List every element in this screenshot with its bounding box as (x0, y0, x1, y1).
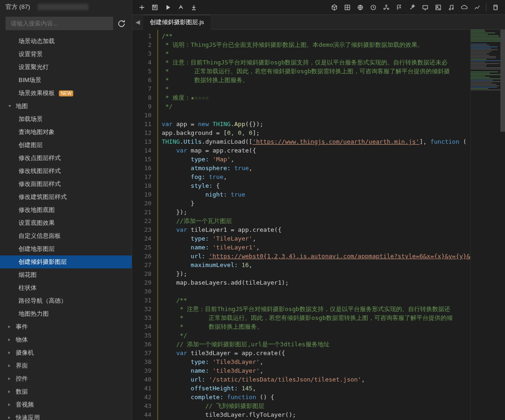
grid-icon[interactable] (341, 1, 353, 13)
tree-item[interactable]: 创建倾斜摄影图层 (0, 255, 132, 268)
tree-item[interactable]: 自定义信息面板 (0, 229, 132, 242)
clock-icon[interactable] (367, 1, 379, 13)
toolbar (132, 0, 505, 15)
tree-item[interactable]: 设置聚光灯 (0, 61, 132, 74)
tree-item[interactable]: 设置底图效果 (0, 216, 132, 229)
tree-item[interactable]: 事件 (0, 320, 132, 333)
tree-item[interactable]: BIM场景 (0, 74, 132, 87)
nodes-icon[interactable] (380, 1, 392, 13)
image-icon[interactable] (432, 1, 444, 13)
tree-item[interactable]: 柱状体 (0, 281, 132, 294)
screen-icon[interactable] (419, 1, 431, 13)
minimap[interactable] (470, 30, 505, 420)
tree-item[interactable]: 音视频 (0, 398, 132, 411)
main: ◀ 创建倾斜摄影图层.js 12345678910111213141516171… (132, 0, 505, 420)
tree-item[interactable]: 摄像机 (0, 346, 132, 359)
tree-item[interactable]: 数据 (0, 385, 132, 398)
new-icon[interactable] (136, 1, 148, 13)
tree-item[interactable]: 修改点图层样式 (0, 152, 132, 165)
tree-item[interactable]: 查询地图对象 (0, 126, 132, 139)
svg-rect-12 (494, 6, 497, 10)
sidebar-tab-official[interactable]: 官方 (87) (6, 3, 30, 11)
tree-item[interactable]: 修改线图层样式 (0, 165, 132, 178)
sidebar-tree: 场景动态加载设置背景设置聚光灯BIM场景场景效果模板NEW地图加载场景查询地图对… (0, 33, 132, 420)
tree-item[interactable]: 修改地图底图 (0, 204, 132, 216)
tree-item[interactable]: 加载场景 (0, 113, 132, 126)
toolbar-divider (486, 3, 486, 12)
tree-item[interactable]: 场景动态加载 (0, 35, 132, 48)
tree-item[interactable]: 修改建筑图层样式 (0, 191, 132, 204)
tree-item[interactable]: 创建图层 (0, 139, 132, 152)
cube-icon[interactable] (328, 1, 340, 13)
tree-item[interactable]: 烟花图 (0, 268, 132, 281)
run-icon[interactable] (162, 1, 174, 13)
svg-point-9 (437, 6, 438, 7)
share-icon[interactable] (175, 1, 187, 13)
tree-item[interactable]: 创建地形图层 (0, 242, 132, 255)
sidebar-blur (38, 4, 89, 10)
tree-item[interactable]: 界面 (0, 359, 132, 372)
code-area[interactable]: /** * 说明：ThingJS平台已全面支持倾斜摄影数据上图。本demo演示了… (157, 30, 470, 420)
sidebar: 官方 (87) 场景动态加载设置背景设置聚光灯BIM场景场景效果模板NEW地图加… (0, 0, 132, 420)
editor[interactable]: 1234567891011121314151617181920212223242… (132, 30, 505, 420)
tree-item[interactable]: 物体 (0, 333, 132, 346)
cloud-icon[interactable] (458, 1, 470, 13)
save-icon[interactable] (149, 1, 161, 13)
download-icon[interactable] (188, 1, 200, 13)
tree-item[interactable]: 路径导航（高德） (0, 294, 132, 307)
tree-item[interactable]: 设置背景 (0, 48, 132, 61)
file-tab[interactable]: 创建倾斜摄影图层.js (143, 15, 211, 30)
copy-icon[interactable] (489, 1, 501, 13)
tree-item[interactable]: 控件 (0, 372, 132, 385)
search-input[interactable] (6, 17, 113, 30)
tree-item[interactable]: 修改面图层样式 (0, 178, 132, 191)
chart-icon[interactable] (471, 1, 483, 13)
tree-item[interactable]: 场景效果模板NEW (0, 87, 132, 100)
tree-item[interactable]: 快速应用 (0, 411, 132, 420)
svg-point-10 (449, 8, 451, 10)
tree-item[interactable]: 地图 (0, 100, 132, 113)
globe-icon[interactable] (354, 1, 366, 13)
magic-icon[interactable] (406, 1, 418, 13)
svg-rect-7 (423, 6, 428, 9)
new-badge: NEW (59, 90, 73, 96)
sidebar-header: 官方 (87) (0, 0, 132, 14)
music-icon[interactable] (445, 1, 457, 13)
svg-point-11 (452, 8, 454, 9)
refresh-icon[interactable] (117, 19, 126, 28)
tab-prev-icon[interactable]: ◀ (132, 15, 143, 30)
tree-item[interactable]: 地图热力图 (0, 307, 132, 320)
minimap-thumb[interactable] (500, 30, 505, 132)
tab-bar: ◀ 创建倾斜摄影图层.js (132, 15, 505, 30)
line-gutter: 1234567891011121314151617181920212223242… (132, 30, 157, 420)
flag-icon[interactable] (393, 1, 405, 13)
